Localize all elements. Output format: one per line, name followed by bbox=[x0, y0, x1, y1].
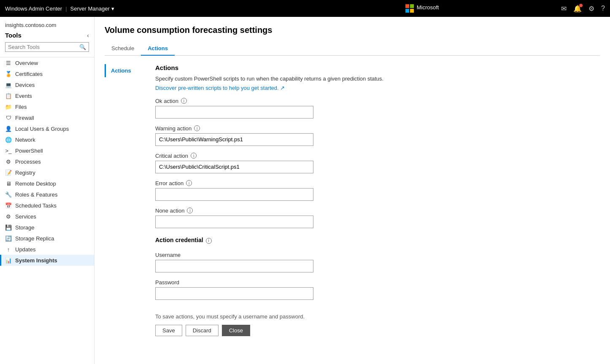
nav-label-network: Network bbox=[15, 137, 35, 143]
sidebar-item-processes[interactable]: ⚙Processes bbox=[0, 156, 94, 167]
warning-action-input[interactable] bbox=[155, 133, 313, 146]
warning-action-label: Warning action bbox=[155, 125, 192, 132]
username-input[interactable] bbox=[155, 260, 313, 272]
nav-icon-certificates: 🏅 bbox=[5, 70, 12, 77]
nav-label-services: Services bbox=[15, 213, 36, 220]
search-icon: 🔍 bbox=[79, 44, 86, 50]
discover-scripts-link[interactable]: Discover pre-written scripts to help you… bbox=[155, 85, 285, 91]
form-panel: Actions Specify custom PowerShell script… bbox=[155, 64, 600, 336]
sidebar-item-storage[interactable]: 💾Storage bbox=[0, 222, 94, 233]
nav-icon-powershell: >_ bbox=[5, 147, 12, 154]
error-action-input[interactable] bbox=[155, 188, 313, 201]
nav-label-overview: Overview bbox=[15, 60, 38, 66]
warning-action-info-icon[interactable]: i bbox=[194, 125, 200, 131]
section-title: Actions bbox=[155, 64, 600, 71]
svg-rect-1 bbox=[410, 4, 414, 8]
error-action-label: Error action bbox=[155, 180, 184, 186]
sidebar-item-registry[interactable]: 📝Registry bbox=[0, 167, 94, 178]
nav-label-registry: Registry bbox=[15, 170, 35, 176]
sidebar-item-system-insights[interactable]: 📊System Insights bbox=[0, 255, 94, 266]
sidebar-item-firewall[interactable]: 🛡Firewall bbox=[0, 112, 94, 123]
sidebar-item-certificates[interactable]: 🏅Certificates bbox=[0, 68, 94, 79]
svg-rect-2 bbox=[405, 9, 409, 13]
ok-action-input[interactable] bbox=[155, 106, 313, 119]
nav-icon-scheduled-tasks: 📅 bbox=[5, 202, 12, 209]
inner-layout: Actions Actions Specify custom PowerShel… bbox=[105, 64, 600, 336]
none-action-label: None action bbox=[155, 208, 184, 214]
nav-label-powershell: PowerShell bbox=[15, 148, 43, 154]
none-action-input[interactable] bbox=[155, 216, 313, 228]
nav-label-roles-features: Roles & Features bbox=[15, 191, 57, 198]
app-name: Windows Admin Center bbox=[5, 5, 62, 12]
svg-rect-3 bbox=[410, 9, 414, 13]
microsoft-logo: Microsoft bbox=[405, 4, 439, 13]
warning-action-group: Warning action i bbox=[155, 125, 600, 146]
sidebar-item-network[interactable]: 🌐Network bbox=[0, 134, 94, 145]
mail-icon[interactable]: ✉ bbox=[561, 5, 567, 13]
notification-icon[interactable]: 🔔 bbox=[573, 5, 582, 13]
discard-button[interactable]: Discard bbox=[186, 325, 219, 336]
svg-rect-0 bbox=[405, 4, 409, 8]
topbar-separator: | bbox=[65, 5, 67, 12]
sidebar-item-storage-replica[interactable]: 🔄Storage Replica bbox=[0, 233, 94, 244]
tools-header: Tools ‹ bbox=[5, 32, 89, 39]
nav-icon-events: 📋 bbox=[5, 92, 12, 99]
nav-label-remote-desktop: Remote Desktop bbox=[15, 181, 56, 187]
critical-action-label: Critical action bbox=[155, 153, 188, 159]
settings-icon[interactable]: ⚙ bbox=[588, 5, 594, 13]
nav-label-firewall: Firewall bbox=[15, 115, 34, 121]
credential-label-row: Action credential i bbox=[155, 237, 600, 245]
error-action-info-icon[interactable]: i bbox=[186, 180, 192, 186]
hostname: insights.contoso.com bbox=[5, 22, 89, 28]
sidebar-item-local-users[interactable]: 👤Local Users & Groups bbox=[0, 123, 94, 134]
nav-icon-storage-replica: 🔄 bbox=[5, 235, 12, 242]
password-group: Password bbox=[155, 279, 600, 300]
none-action-group: None action i bbox=[155, 208, 600, 228]
sidebar-item-devices[interactable]: 💻Devices bbox=[0, 79, 94, 90]
sidebar-item-remote-desktop[interactable]: 🖥Remote Desktop bbox=[0, 178, 94, 189]
nav-icon-roles-features: 🔧 bbox=[5, 191, 12, 198]
microsoft-label: Microsoft bbox=[417, 4, 439, 13]
sidebar-item-events[interactable]: 📋Events bbox=[0, 90, 94, 101]
nav-label-processes: Processes bbox=[15, 159, 41, 165]
nav-label-events: Events bbox=[15, 93, 32, 99]
save-button[interactable]: Save bbox=[155, 325, 182, 336]
nav-label-certificates: Certificates bbox=[15, 71, 43, 77]
credential-title: Action credential bbox=[155, 237, 203, 243]
nav-label-system-insights: System Insights bbox=[15, 257, 57, 264]
nav-icon-files: 📁 bbox=[5, 103, 12, 110]
tab-bar: ScheduleActions bbox=[105, 42, 600, 56]
help-icon[interactable]: ? bbox=[601, 5, 605, 12]
nav-label-scheduled-tasks: Scheduled Tasks bbox=[15, 202, 57, 209]
username-group: Username bbox=[155, 252, 600, 272]
close-button[interactable]: Close bbox=[222, 325, 250, 336]
nav-icon-services: ⚙ bbox=[5, 213, 12, 220]
ok-action-info-icon[interactable]: i bbox=[181, 98, 187, 104]
collapse-sidebar-button[interactable]: ‹ bbox=[87, 32, 89, 39]
tools-label: Tools bbox=[5, 32, 22, 39]
sidebar-item-scheduled-tasks[interactable]: 📅Scheduled Tasks bbox=[0, 200, 94, 211]
sidebar-nav: ☰Overview🏅Certificates💻Devices📋Events📁Fi… bbox=[0, 57, 94, 266]
credential-info-icon[interactable]: i bbox=[206, 238, 212, 244]
tab-schedule[interactable]: Schedule bbox=[105, 42, 141, 56]
credential-section: Action credential i Username Password bbox=[155, 237, 600, 300]
sidebar-item-overview[interactable]: ☰Overview bbox=[0, 57, 94, 68]
sidebar-item-files[interactable]: 📁Files bbox=[0, 101, 94, 112]
search-input[interactable] bbox=[8, 44, 79, 50]
sidebar-item-updates[interactable]: ↑Updates bbox=[0, 244, 94, 255]
none-action-info-icon[interactable]: i bbox=[187, 208, 193, 213]
password-input[interactable] bbox=[155, 287, 313, 300]
sidebar-item-services[interactable]: ⚙Services bbox=[0, 211, 94, 222]
critical-action-info-icon[interactable]: i bbox=[191, 153, 197, 159]
tab-actions[interactable]: Actions bbox=[141, 42, 175, 56]
sidebar-item-roles-features[interactable]: 🔧Roles & Features bbox=[0, 189, 94, 200]
server-manager-menu[interactable]: Server Manager ▾ bbox=[70, 5, 114, 12]
sidebar: insights.contoso.com Tools ‹ 🔍 ☰Overview… bbox=[0, 17, 94, 364]
sidebar-item-powershell[interactable]: >_PowerShell bbox=[0, 145, 94, 156]
page-title: Volume consumption forecasting settings bbox=[105, 25, 600, 35]
tab-nav-actions[interactable]: Actions bbox=[105, 64, 155, 77]
tab-nav: Actions bbox=[105, 64, 155, 336]
critical-action-input[interactable] bbox=[155, 161, 313, 173]
nav-label-files: Files bbox=[15, 104, 27, 110]
nav-icon-processes: ⚙ bbox=[5, 158, 12, 165]
